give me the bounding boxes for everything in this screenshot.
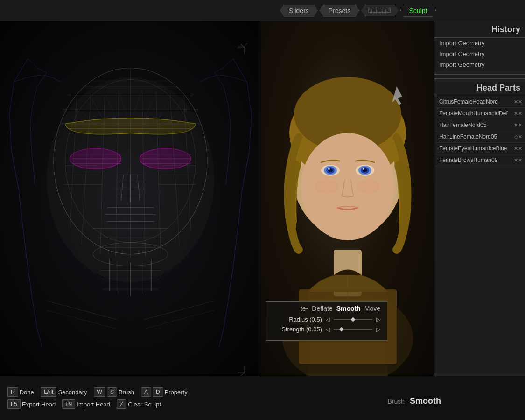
shortcut-secondary: LAlt Secondary [41,387,89,397]
head-part-4[interactable]: FemaleEyesHumanIceBlue ✕✕ [434,143,525,154]
strength-left-arrow[interactable]: ◁ [326,326,330,333]
radius-left-arrow[interactable]: ◁ [326,316,330,323]
label-property: Property [165,389,188,396]
head-parts-title: Head Parts [434,78,525,96]
tab-unknown[interactable]: □□□□□ [361,5,398,16]
head-part-icons-5: ✕✕ [514,157,522,163]
sculpt-tools-panel: te- Deflate Smooth Move Radius (0.5) ◁ ▷… [266,301,387,341]
key-r[interactable]: R [7,387,18,397]
head-part-5[interactable]: FemaleBrowsHuman09 ✕✕ [434,154,525,166]
shortcuts-row2: F5 Export Head F9 Import Head Z Clear Sc… [7,399,518,409]
key-z[interactable]: Z [117,399,126,409]
shortcut-export-head: F5 Export Head [7,399,57,409]
label-brush: Brush [119,389,134,396]
label-import-head: Import Head [77,401,110,408]
tool-smooth-button[interactable]: Smooth [336,305,361,312]
key-a[interactable]: A [141,387,151,397]
head-part-label-0: CitrusFemaleHeadNord [439,98,498,105]
key-w[interactable]: W [94,387,105,397]
shortcuts-row1: R Done LAlt Secondary W S Brush A D Prop… [7,387,518,397]
tool-deflate-button[interactable]: Deflate [312,305,332,312]
brush-label-text: Brush [387,398,405,405]
key-f9[interactable]: F9 [62,399,75,409]
head-part-icons-3: ◇✕ [514,134,522,140]
head-part-icons-1: ✕✕ [514,111,522,117]
radius-slider-row: Radius (0.5) ◁ ▷ [273,316,380,323]
tool-move-button[interactable]: Move [364,305,380,312]
svg-point-89 [328,168,330,170]
svg-point-96 [357,180,380,194]
head-part-icons-2: ✕✕ [514,122,522,128]
shortcut-import-head: F9 Import Head [62,399,112,409]
radius-right-arrow[interactable]: ▷ [376,316,380,323]
head-part-label-5: FemaleBrowsHuman09 [439,157,497,163]
brush-indicator: Brush Smooth [387,396,441,406]
strength-right-arrow[interactable]: ▷ [376,326,380,333]
head-part-icons-0: ✕✕ [514,99,522,105]
strength-label: Strength (0.05) [273,326,322,333]
head-part-1[interactable]: FemaleMouthHumanoidDef ✕✕ [434,108,525,119]
wireframe-viewport[interactable] [0,21,261,376]
key-s[interactable]: S [107,387,117,397]
bottom-bar: R Done LAlt Secondary W S Brush A D Prop… [0,376,525,420]
history-item-0[interactable]: Import Geometry [434,38,525,49]
head-part-label-3: HairLineFemaleNord05 [439,133,497,140]
head-part-2[interactable]: HairFemaleNord05 ✕✕ [434,119,525,131]
tab-sliders[interactable]: Sliders [280,5,318,17]
head-parts-section: Head Parts CitrusFemaleHeadNord ✕✕ Femal… [434,78,525,166]
tool-te-button[interactable]: te- [301,305,308,312]
top-tab-bar: Sliders Presets □□□□□ Sculpt [275,0,525,21]
svg-point-94 [363,168,364,170]
label-clear-sculpt: Clear Sculpt [128,401,161,408]
head-part-label-2: HairFemaleNord05 [439,122,486,128]
shortcut-property: A D Property [141,387,189,397]
key-f5[interactable]: F5 [7,399,21,409]
strength-thumb[interactable] [339,327,344,332]
tab-presets[interactable]: Presets [320,5,359,17]
label-secondary: Secondary [58,389,87,396]
head-part-icons-4: ✕✕ [514,146,522,152]
key-d[interactable]: D [153,387,163,397]
history-section: History Import Geometry Import Geometry … [434,21,525,75]
wireframe-svg [0,21,261,376]
brush-value-text: Smooth [410,396,441,406]
key-lalt[interactable]: LAlt [41,387,57,397]
radius-track[interactable] [334,319,372,320]
history-item-1[interactable]: Import Geometry [434,49,525,59]
radius-label: Radius (0.5) [273,316,322,323]
shortcut-brush: W S Brush [94,387,136,397]
strength-track[interactable] [334,329,372,330]
shortcut-clear-sculpt: Z Clear Sculpt [117,399,163,409]
tab-sculpt[interactable]: Sculpt [400,5,436,17]
head-part-3[interactable]: HairLineFemaleNord05 ◇✕ [434,131,525,143]
svg-point-95 [315,180,338,194]
radius-thumb[interactable] [351,317,356,322]
head-part-0[interactable]: CitrusFemaleHeadNord ✕✕ [434,96,525,108]
head-part-label-4: FemaleEyesHumanIceBlue [439,145,507,152]
history-item-2[interactable]: Import Geometry [434,59,525,70]
label-export-head: Export Head [22,401,56,408]
label-done: Done [20,389,34,396]
head-part-label-1: FemaleMouthHumanoidDef [439,110,508,117]
strength-slider-row: Strength (0.05) ◁ ▷ [273,326,380,333]
right-panel: History Import Geometry Import Geometry … [434,21,525,376]
shortcut-done: R Done [7,387,36,397]
history-title: History [434,21,525,38]
